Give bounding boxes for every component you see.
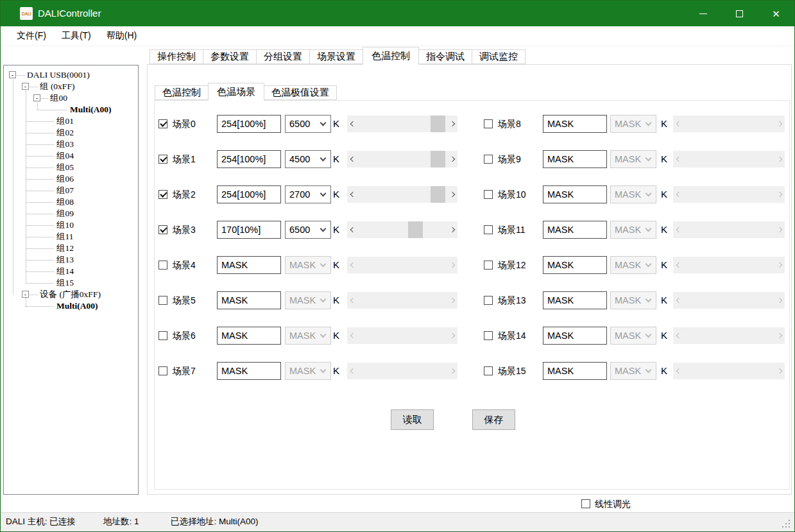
scrollbar-left-arrow — [673, 186, 684, 203]
chevron-right-icon — [776, 192, 782, 197]
tree-expander-icon[interactable]: - — [9, 71, 16, 78]
scene-level-input[interactable] — [543, 150, 607, 168]
kelvin-unit-label: K — [661, 291, 667, 309]
tree-item-label: Multi(A00) — [70, 104, 112, 116]
scene-checkbox[interactable] — [484, 296, 493, 305]
tree-connector-line — [26, 248, 54, 249]
main-tab-strip: 操作控制参数设置分组设置场景设置色温控制指令调试调试监控 — [150, 47, 525, 65]
tree-connector-line — [41, 98, 48, 99]
tree-connector-line — [37, 110, 67, 110]
chevron-left-icon — [676, 262, 681, 268]
scene-level-input[interactable] — [543, 221, 607, 239]
main-tab-0[interactable]: 操作控制 — [150, 49, 203, 64]
main-tab-6[interactable]: 调试监控 — [472, 49, 526, 64]
subtab-0[interactable]: 色温控制 — [155, 85, 209, 100]
chevron-left-icon — [676, 121, 681, 126]
scene-level-input[interactable] — [543, 291, 607, 309]
tree-expander-icon[interactable]: - — [33, 94, 40, 101]
maximize-icon — [736, 10, 743, 17]
scene-checkbox[interactable] — [484, 190, 493, 199]
menu-file[interactable]: 文件(F) — [17, 30, 46, 42]
scene-level-input[interactable] — [543, 256, 607, 274]
tree-item-label: DALI USB(0001) — [27, 69, 90, 81]
status-host-connection: DALI 主机: 已连接 — [6, 513, 76, 531]
kelvin-unit-label: K — [661, 327, 667, 345]
tree-item-label: 组15 — [56, 277, 74, 289]
linear-dimming-checkbox[interactable] — [581, 499, 590, 508]
app-logo-icon: DALI — [20, 7, 33, 20]
scene-cct-value: MASK — [615, 225, 641, 235]
tree-item-label: 组12 — [56, 243, 74, 254]
kelvin-unit-label: K — [661, 221, 667, 239]
scene-row: 场景8MASKK — [1, 115, 794, 133]
scene-row: 场景10MASKK — [1, 185, 794, 203]
chevron-right-icon — [776, 333, 782, 338]
kelvin-unit-label: K — [661, 115, 667, 133]
tree-item[interactable]: Multi(A00) — [4, 104, 138, 116]
scene-label: 场景8 — [498, 115, 521, 133]
menu-help[interactable]: 帮助(H) — [107, 30, 137, 42]
scene-cct-select: MASK — [610, 327, 656, 345]
cct-subtab-strip: 色温控制色温场景色温极值设置 — [155, 83, 336, 101]
resize-grip[interactable] — [789, 526, 790, 528]
tree-connector-line — [26, 144, 54, 145]
tree-item[interactable]: -组00 — [4, 92, 138, 104]
window-controls: ✕ — [685, 1, 794, 26]
scene-row: 场景15MASKK — [1, 362, 794, 380]
scene-checkbox[interactable] — [484, 331, 493, 340]
scrollbar-right-arrow — [774, 151, 785, 167]
scene-label: 场景10 — [498, 185, 526, 203]
scene-level-input[interactable] — [543, 115, 607, 133]
app-window: DALI DALIController ✕ 文件(F) 工具(T) 帮助(H) … — [0, 0, 795, 532]
minimize-button[interactable] — [685, 1, 721, 26]
main-tab-2[interactable]: 分组设置 — [256, 49, 310, 64]
scene-checkbox[interactable] — [484, 119, 493, 128]
status-selected-address: 已选择地址: Multi(A00) — [171, 513, 259, 531]
scrollbar-right-arrow — [774, 186, 785, 203]
tree-item[interactable]: 组15 — [4, 277, 138, 289]
window-title: DALIController — [38, 1, 101, 26]
main-tab-3[interactable]: 场景设置 — [309, 49, 363, 64]
scrollbar-left-arrow — [673, 221, 684, 238]
scene-level-input[interactable] — [543, 327, 607, 345]
scene-row: 场景13MASKK — [1, 291, 794, 309]
tree-item[interactable]: 组06 — [4, 173, 138, 185]
scrollbar-right-arrow — [774, 363, 785, 379]
scene-label: 场景15 — [498, 362, 526, 380]
scene-cct-select: MASK — [610, 115, 656, 133]
scene-checkbox[interactable] — [484, 366, 493, 375]
chevron-down-icon — [645, 332, 652, 338]
tree-expander-icon[interactable]: - — [22, 83, 29, 90]
scene-row: 场景12MASKK — [1, 256, 794, 274]
close-button[interactable]: ✕ — [758, 1, 794, 26]
scene-checkbox[interactable] — [484, 155, 493, 164]
main-tab-4[interactable]: 色温控制 — [363, 47, 419, 65]
chevron-down-icon — [645, 296, 652, 303]
tree-item[interactable]: 组09 — [4, 208, 138, 219]
menu-tools[interactable]: 工具(T) — [62, 30, 91, 42]
scene-checkbox[interactable] — [484, 225, 493, 234]
maximize-button[interactable] — [721, 1, 758, 26]
scene-checkbox[interactable] — [484, 261, 493, 270]
scrollbar-left-arrow — [673, 116, 684, 132]
kelvin-unit-label: K — [661, 362, 667, 380]
main-tab-1[interactable]: 参数设置 — [203, 49, 257, 64]
read-button[interactable]: 读取 — [391, 409, 434, 430]
main-tab-5[interactable]: 指令调试 — [418, 49, 472, 64]
scene-level-input[interactable] — [543, 185, 607, 203]
scene-level-scrollbar — [673, 151, 785, 167]
save-button[interactable]: 保存 — [472, 409, 515, 430]
tree-item[interactable]: -组 (0xFF) — [4, 81, 138, 92]
scene-label: 场景14 — [498, 327, 526, 345]
subtab-2[interactable]: 色温极值设置 — [264, 85, 337, 100]
scene-label: 场景12 — [498, 256, 526, 274]
tree-item[interactable]: 组12 — [4, 243, 138, 254]
tree-item[interactable]: 组03 — [4, 139, 138, 150]
scene-level-input[interactable] — [543, 362, 607, 380]
subtab-1[interactable]: 色温场景 — [208, 83, 264, 101]
titlebar: DALI DALIController ✕ — [1, 1, 794, 26]
kelvin-unit-label: K — [661, 150, 667, 168]
scene-row: 场景11MASKK — [1, 221, 794, 239]
tree-item[interactable]: -DALI USB(0001) — [4, 69, 138, 81]
scene-level-scrollbar — [673, 363, 785, 379]
